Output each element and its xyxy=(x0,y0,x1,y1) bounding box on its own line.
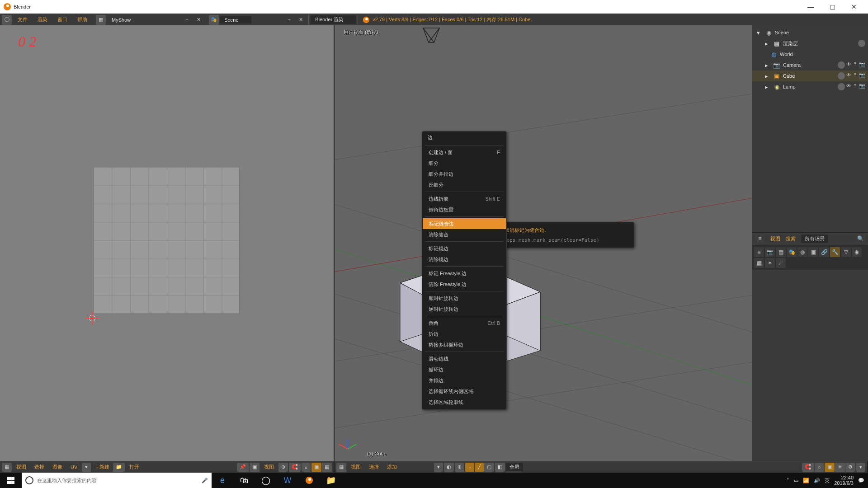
cursor-icon[interactable]: ⭱ xyxy=(853,72,858,80)
ctxmenu-item[interactable]: 标记锐边 xyxy=(422,243,506,254)
menu-help[interactable]: 帮助 xyxy=(72,14,92,26)
ctxmenu-item[interactable]: 滑动边线 xyxy=(422,353,506,364)
tab-renderlayer-icon[interactable]: ▤ xyxy=(776,247,786,257)
outliner-view[interactable]: 视图 xyxy=(770,235,780,242)
open-image-icon[interactable]: 📁 xyxy=(113,463,125,472)
eye-icon[interactable]: 👁 xyxy=(846,83,851,90)
restrict-icon[interactable] xyxy=(838,83,845,90)
task-word-icon[interactable]: W xyxy=(277,473,298,488)
uv-menu-view[interactable]: 视图 xyxy=(13,464,30,470)
delete-layout-icon[interactable]: ✕ xyxy=(193,15,203,25)
3d-menu-add[interactable]: 添加 xyxy=(383,464,401,470)
editor-type-icon[interactable]: ≡ xyxy=(755,234,765,244)
editor-type-icon[interactable]: ⓘ xyxy=(2,15,12,25)
scene-icon[interactable]: 🎭 xyxy=(209,15,219,25)
ctxmenu-item[interactable]: 标记 Freestyle 边 xyxy=(422,268,506,279)
start-button[interactable] xyxy=(0,473,22,488)
outliner-item[interactable]: Lamp xyxy=(783,84,796,89)
outliner-search[interactable]: 搜索 xyxy=(786,235,796,242)
prop-edit-icon[interactable]: ○ xyxy=(815,463,824,472)
face-select-icon[interactable]: ▢ xyxy=(484,463,494,472)
maximize-button[interactable]: ▢ xyxy=(822,0,843,14)
eye-icon[interactable]: 👁 xyxy=(846,72,851,80)
restrict-icon[interactable] xyxy=(838,61,845,69)
triangle-right-icon[interactable]: ▸ xyxy=(762,83,770,91)
task-blender-icon[interactable] xyxy=(298,473,320,488)
outliner-scene[interactable]: Scene xyxy=(775,30,789,35)
ctxmenu-item[interactable]: 清除锐边 xyxy=(422,254,506,265)
ctxmenu-item[interactable]: 倒角边权重 xyxy=(422,204,506,215)
uv-menu-image[interactable]: 图像 xyxy=(49,464,66,470)
triangle-right-icon[interactable]: ▸ xyxy=(762,61,770,69)
tab-constraint-icon[interactable]: 🔗 xyxy=(819,247,829,257)
image-browse-icon[interactable]: ▾ xyxy=(82,463,91,472)
tab-render-icon[interactable]: 📷 xyxy=(765,247,775,257)
overlay-1-icon[interactable]: ▣ xyxy=(825,463,835,472)
tray-chevron-icon[interactable]: ˄ xyxy=(787,478,789,483)
editor-type-icon[interactable]: ≡ xyxy=(754,247,764,257)
pivot-icon[interactable]: ⊕ xyxy=(278,463,288,472)
tray-ime[interactable]: 英 xyxy=(825,477,830,484)
new-image-button[interactable]: ＋ 新建 xyxy=(92,463,112,472)
minimize-button[interactable]: — xyxy=(800,0,821,14)
outliner-item[interactable]: 渲染层 xyxy=(783,40,798,47)
ctxmenu-item[interactable]: 逆时针旋转边 xyxy=(422,304,506,314)
tray-volume-icon[interactable]: 🔊 xyxy=(814,478,820,483)
menu-window[interactable]: 窗口 xyxy=(52,14,72,26)
render-icon[interactable]: 📷 xyxy=(859,72,865,80)
pivot-icon[interactable]: ⊕ xyxy=(455,463,464,472)
tray-battery-icon[interactable]: ▭ xyxy=(794,478,798,483)
uv-view-label[interactable]: 视图 xyxy=(260,464,278,470)
layers-icon[interactable]: ▾ xyxy=(856,463,865,472)
snap-target-icon[interactable]: ▵ xyxy=(302,463,311,472)
menu-render[interactable]: 渲染 xyxy=(33,14,52,26)
shading-icon[interactable]: ◐ xyxy=(444,463,454,472)
ctxmenu-item[interactable]: 细分并排边 xyxy=(422,169,506,179)
ctxmenu-item[interactable]: 清除 Freestyle 边 xyxy=(422,279,506,290)
ctxmenu-item[interactable]: 循环边 xyxy=(422,364,506,375)
editor-type-icon[interactable]: ▦ xyxy=(2,463,12,472)
vertex-select-icon[interactable]: ▫ xyxy=(465,463,474,472)
triangle-right-icon[interactable]: ▸ xyxy=(762,39,770,47)
add-layout-icon[interactable]: ＋ xyxy=(182,15,192,25)
ctxmenu-item[interactable]: 倒角Ctrl B xyxy=(422,318,506,328)
menu-file[interactable]: 文件 xyxy=(13,14,33,26)
ctxmenu-item[interactable]: 选择循环线内侧区域 xyxy=(422,386,506,397)
triangle-right-icon[interactable]: ▸ xyxy=(762,72,770,80)
tab-data-icon[interactable]: ▽ xyxy=(841,247,851,257)
sync-select-icon[interactable]: ▣ xyxy=(311,463,321,472)
limit-select-icon[interactable]: ◧ xyxy=(495,463,505,472)
task-store-icon[interactable]: 🛍 xyxy=(233,473,255,488)
cursor-icon[interactable]: ⭱ xyxy=(853,83,858,90)
tray-notifications-icon[interactable]: 💬 xyxy=(858,478,864,483)
3d-menu-view[interactable]: 视图 xyxy=(347,464,364,470)
tab-modifier-icon[interactable]: 🔧 xyxy=(830,247,840,257)
eye-icon[interactable]: 👁 xyxy=(846,61,851,69)
tab-material-icon[interactable]: ◉ xyxy=(852,247,862,257)
mic-icon[interactable]: 🎤 xyxy=(202,478,208,483)
open-image-button[interactable]: 打开 xyxy=(126,464,143,470)
ctxmenu-item[interactable]: 并排边 xyxy=(422,375,506,386)
pin-icon[interactable]: 📌 xyxy=(237,463,249,472)
taskbar-search[interactable]: 在这里输入你要搜索的内容 🎤 xyxy=(22,473,212,488)
render-icon[interactable]: 📷 xyxy=(859,61,865,69)
task-explorer-icon[interactable]: 📁 xyxy=(320,473,342,488)
tab-texture-icon[interactable]: ▦ xyxy=(754,258,764,268)
ctxmenu-item[interactable]: 边线折痕Shift E xyxy=(422,193,506,204)
tab-world-icon[interactable]: ◍ xyxy=(797,247,807,257)
close-button[interactable]: ✕ xyxy=(844,0,864,14)
tab-object-icon[interactable]: ▣ xyxy=(808,247,818,257)
ctxmenu-item[interactable]: 拆边 xyxy=(422,328,506,339)
cursor-icon[interactable]: ⭱ xyxy=(853,61,858,69)
task-chrome-icon[interactable]: ◯ xyxy=(255,473,277,488)
edge-select-icon[interactable]: ╱ xyxy=(475,463,484,472)
tab-particle-icon[interactable]: ✶ xyxy=(765,258,775,268)
3d-viewport[interactable]: 用户视图 (透视) (1) Cube xyxy=(335,25,752,473)
outliner-item[interactable]: Camera xyxy=(783,62,801,68)
restrict-icon[interactable] xyxy=(858,40,865,47)
ctxmenu-item[interactable]: 细分 xyxy=(422,158,506,169)
tab-scene-icon[interactable]: 🎭 xyxy=(787,247,797,257)
properties-body[interactable] xyxy=(752,270,868,473)
task-edge-icon[interactable]: e xyxy=(212,473,233,488)
ctxmenu-item[interactable]: 桥接多组循环边 xyxy=(422,339,506,350)
